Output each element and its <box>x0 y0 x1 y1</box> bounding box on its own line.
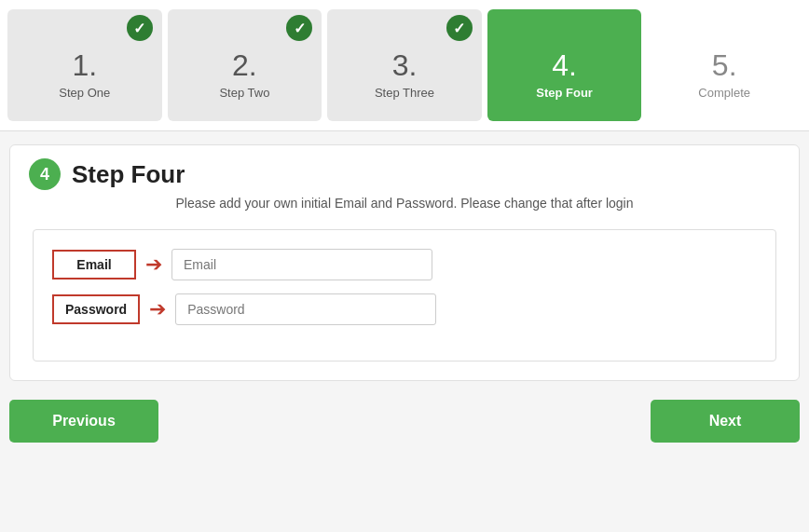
page-title: Step Four <box>72 160 185 189</box>
step-1-label: Step One <box>59 86 110 100</box>
next-button[interactable]: Next <box>651 400 800 443</box>
previous-button[interactable]: Previous <box>9 400 158 443</box>
email-row: Email ➔ <box>52 249 757 280</box>
step-badge: 4 <box>29 158 61 190</box>
page-subtitle: Please add your own initial Email and Pa… <box>29 196 780 211</box>
step-5-label: Complete <box>698 86 750 100</box>
steps-bar: ✓ 1. Step One ✓ 2. Step Two ✓ 3. Step Th… <box>0 0 809 131</box>
step-2-check: ✓ <box>286 15 312 41</box>
password-row: Password ➔ <box>52 293 757 325</box>
step-3-number: 3. <box>392 49 418 82</box>
step-3[interactable]: ✓ 3. Step Three <box>327 9 482 121</box>
step-2-label: Step Two <box>219 86 269 100</box>
password-input[interactable] <box>175 293 436 325</box>
step-2-number: 2. <box>232 49 257 82</box>
email-arrow-icon: ➔ <box>145 252 162 277</box>
form-area: Email ➔ Password ➔ <box>33 229 776 361</box>
main-content: 4 Step Four Please add your own initial … <box>9 144 800 381</box>
email-input[interactable] <box>171 249 432 280</box>
step-2[interactable]: ✓ 2. Step Two <box>168 9 322 121</box>
step-3-check: ✓ <box>446 15 473 41</box>
step-1-check: ✓ <box>127 15 153 41</box>
step-3-label: Step Three <box>375 86 434 100</box>
step-4[interactable]: 4. Step Four <box>487 9 642 121</box>
bottom-nav: Previous Next <box>0 390 809 452</box>
password-label: Password <box>52 294 140 324</box>
page-title-row: 4 Step Four <box>29 158 780 190</box>
password-arrow-icon: ➔ <box>149 297 166 321</box>
step-1[interactable]: ✓ 1. Step One <box>7 9 162 121</box>
step-5[interactable]: 5. Complete <box>647 9 802 121</box>
step-4-number: 4. <box>552 49 577 82</box>
step-5-number: 5. <box>712 49 737 82</box>
email-label: Email <box>52 250 136 280</box>
step-4-label: Step Four <box>536 86 593 100</box>
step-1-number: 1. <box>72 49 97 82</box>
